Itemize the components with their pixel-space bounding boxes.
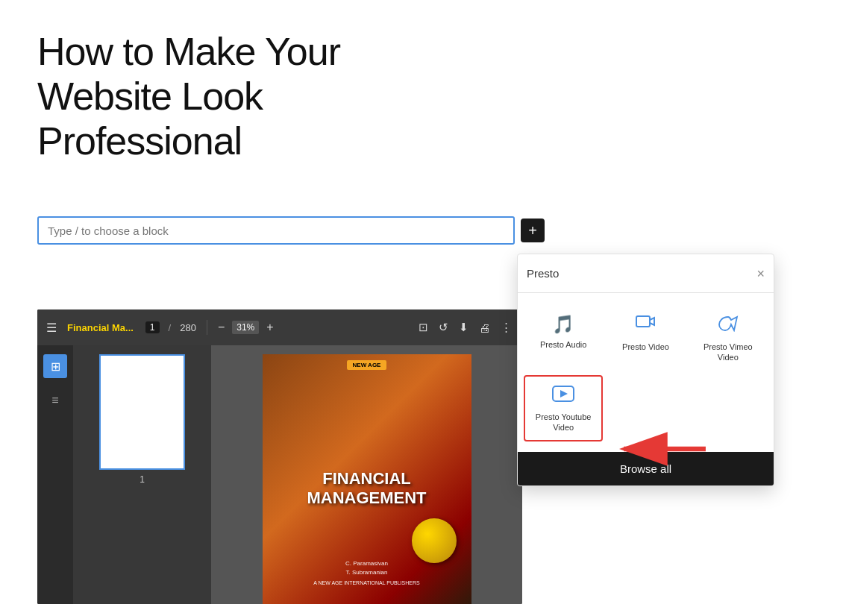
presto-vimeo-icon — [718, 314, 739, 337]
download-icon[interactable]: ⬇ — [459, 321, 468, 334]
pdf-thumbnails-panel: 1 — [73, 345, 211, 604]
picker-search-input[interactable] — [527, 267, 750, 280]
picker-items-grid: 🎵 Presto Audio Presto Video Presto Vimeo… — [518, 293, 774, 447]
pdf-cover-bottom: C. ParamasivanT. Subramanian A NEW AGE I… — [263, 559, 471, 585]
picker-search-clear-button[interactable]: × — [756, 267, 765, 280]
pdf-cover-publisher: A NEW AGE INTERNATIONAL PUBLISHERS — [263, 580, 471, 585]
pdf-main-view: NEW AGE FINANCIALMANAGEMENT C. Paramasiv… — [211, 345, 522, 604]
pdf-cover: NEW AGE FINANCIALMANAGEMENT C. Paramasiv… — [263, 354, 471, 604]
red-arrow-indicator — [612, 427, 709, 474]
picker-item-presto-audio[interactable]: 🎵 Presto Audio — [524, 305, 603, 372]
presto-youtube-label: Presto Youtube Video — [530, 412, 597, 433]
coin-decoration — [412, 518, 457, 563]
thumbnail-page-num: 1 — [140, 474, 145, 485]
picker-item-presto-vimeo[interactable]: Presto Vimeo Video — [689, 305, 768, 372]
add-block-button[interactable]: + — [521, 219, 545, 242]
svg-marker-2 — [560, 390, 568, 397]
pdf-cover-badge: NEW AGE — [347, 360, 387, 370]
presto-audio-icon: 🎵 — [552, 314, 574, 335]
svg-rect-0 — [636, 316, 650, 327]
picker-item-presto-video[interactable]: Presto Video — [606, 305, 685, 372]
picker-search: × — [518, 254, 774, 293]
pdf-page-current: 1 — [145, 321, 160, 333]
page-title: How to Make Your Website Look Profession… — [37, 30, 340, 163]
pdf-page-total: 280 — [180, 322, 196, 333]
pdf-cover-title: FINANCIALMANAGEMENT — [307, 469, 426, 509]
toolbar-divider — [207, 320, 207, 335]
block-input-wrapper: + — [37, 216, 545, 245]
presto-vimeo-label: Presto Vimeo Video — [695, 342, 762, 363]
pdf-sidebar: ⊞ ≡ — [37, 345, 73, 604]
menu-icon[interactable]: ☰ — [46, 321, 57, 335]
pdf-content: ⊞ ≡ 1 NEW AGE FINANCIALMANAGEMENT — [37, 345, 522, 604]
sidebar-layers-btn[interactable]: ≡ — [43, 389, 67, 412]
pdf-page-sep: / — [169, 322, 172, 333]
pdf-cover-authors: C. ParamasivanT. Subramanian — [263, 559, 471, 577]
thumbnail-frame — [99, 354, 185, 470]
more-options-icon[interactable]: ⋮ — [501, 321, 512, 334]
rotate-icon[interactable]: ↺ — [439, 321, 448, 334]
sidebar-thumbnails-btn[interactable]: ⊞ — [43, 354, 67, 378]
thumbnail-item[interactable]: 1 — [99, 354, 185, 485]
presto-youtube-icon — [552, 384, 574, 407]
block-input[interactable] — [37, 216, 515, 245]
pdf-doc-title: Financial Ma... — [67, 322, 134, 333]
fit-page-icon[interactable]: ⊡ — [419, 321, 428, 334]
picker-item-presto-youtube[interactable]: Presto Youtube Video — [524, 375, 603, 442]
pdf-toolbar: ☰ Financial Ma... 1 / 280 − 31% + ⊡ ↺ ⬇ … — [37, 309, 522, 345]
presto-video-label: Presto Video — [622, 342, 669, 352]
zoom-level: 31% — [232, 321, 259, 334]
print-icon[interactable]: 🖨 — [479, 321, 490, 334]
presto-video-icon — [636, 314, 655, 337]
zoom-in-button[interactable]: + — [266, 321, 273, 334]
zoom-out-button[interactable]: − — [218, 321, 225, 334]
presto-audio-label: Presto Audio — [540, 339, 586, 350]
pdf-page-preview: NEW AGE FINANCIALMANAGEMENT C. Paramasiv… — [263, 354, 471, 604]
pdf-viewer: ☰ Financial Ma... 1 / 280 − 31% + ⊡ ↺ ⬇ … — [37, 309, 522, 604]
